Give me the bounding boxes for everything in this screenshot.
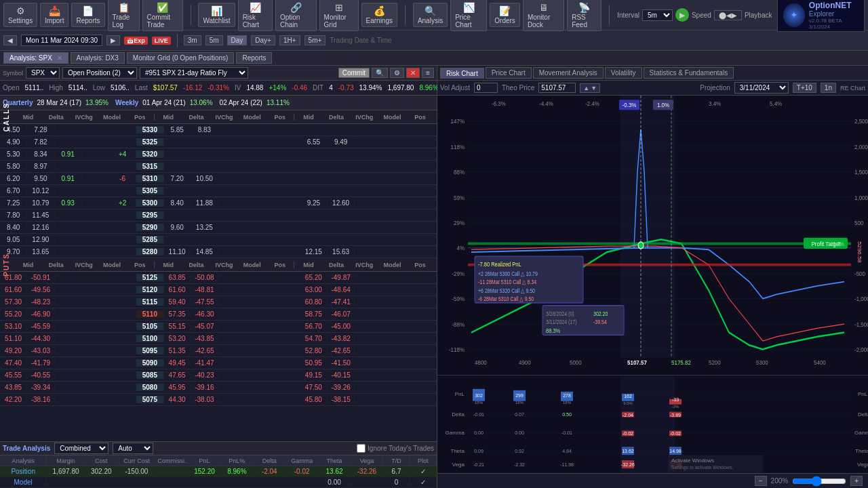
settings-button[interactable]: ⚙ Settings [3, 3, 37, 27]
import-button[interactable]: 📥 Import [40, 3, 68, 27]
option-cell: 54.70 [300, 335, 328, 342]
table-row[interactable]: 61.60-49.56512061.60-48.8163.00-48.64 [0, 284, 437, 296]
table-row[interactable]: 57.30-48.23511559.40-47.5560.80-47.41 [0, 296, 437, 308]
chart-panel: Risk Chart Price Chart Movement Analysis… [437, 66, 868, 488]
play-button[interactable]: ▶ [675, 8, 689, 22]
tab-movement-analysis[interactable]: Movement Analysis [533, 67, 604, 79]
tab-statistics[interactable]: Statistics & Fundamentals [644, 67, 734, 79]
option-cell: 9.50 [27, 175, 54, 182]
zoom-in-button[interactable]: + [850, 476, 863, 486]
svg-text:0.00: 0.00 [474, 430, 484, 435]
table-row[interactable]: 55.20-46.90511057.35-46.3058.75-46.07 [0, 308, 437, 321]
table-row[interactable]: 9.7013.65528011.1014.8512.1515.63 [0, 246, 437, 258]
position-value: -0.46 [292, 84, 307, 92]
reports-button[interactable]: 📄 Reports [71, 3, 104, 27]
analysis-button[interactable]: 🔍 Analysis [413, 3, 448, 27]
svg-text:-2.4%: -2.4% [585, 100, 599, 107]
table-row[interactable]: 4.907.8253256.559.49 [0, 136, 437, 148]
1n-btn[interactable]: 1n [821, 83, 836, 93]
option-cell: 7.80 [0, 211, 27, 219]
monitor-grid-button[interactable]: ⊞ Monitor Grid [319, 0, 359, 31]
interval-select[interactable]: 5m [642, 9, 673, 21]
svg-text:11.7%: 11.7% [831, 241, 844, 248]
table-row[interactable]: 5.808.975315 [0, 161, 437, 173]
re-chart-label: RE Chart [840, 85, 865, 92]
time-5m-plus-button[interactable]: 5m+ [304, 35, 326, 45]
option-cell: 10.50 [191, 175, 218, 182]
table-row[interactable]: 51.10-44.30510053.20-43.8554.70-43.82 [0, 333, 437, 345]
zoom-slider[interactable] [792, 476, 846, 487]
t-plus-10-btn[interactable]: T+10 [793, 83, 816, 93]
table-row[interactable]: 49.20-43.03509551.35-42.6552.80-42.65 [0, 345, 437, 357]
tab-monitor-grid[interactable]: Monitor Grid (0 Open Positions) [127, 52, 235, 64]
table-row[interactable]: 53.10-45.59510555.15-45.0756.70-45.00 [0, 321, 437, 333]
table-row[interactable]: 6.209.500.91-653107.2010.50 [0, 173, 437, 185]
tab-risk-chart[interactable]: Risk Chart [440, 68, 484, 79]
option-cell: 11.45 [27, 211, 54, 219]
commit-trade-button[interactable]: ✅ Commit Trade [142, 0, 183, 31]
option-cell: 43.85 [0, 384, 27, 391]
search-btn[interactable]: 🔍 [372, 68, 388, 78]
time-5m-button[interactable]: 5m [205, 35, 223, 45]
option-cell: 51.35 [164, 347, 191, 354]
option-cell: -42.65 [328, 347, 355, 354]
symbol-select[interactable]: SPX [26, 67, 60, 79]
strike-cell: 5285 [136, 236, 163, 243]
strike-cell: 5095 [136, 347, 163, 354]
risk-chart-button[interactable]: 📈 Risk Chart [238, 0, 273, 31]
price-chart-button[interactable]: 📉 Price Chart [450, 0, 487, 31]
tab-analysis-spx[interactable]: Analysis: SPX ✕ [3, 52, 68, 64]
table-row[interactable]: 47.40-41.79509049.45-41.4750.95-41.50 [0, 357, 437, 369]
trade-log-button[interactable]: 📋 Trade Log [108, 0, 140, 31]
option-cell: 7.82 [27, 138, 54, 146]
tab-volatility[interactable]: Volatility [605, 67, 642, 79]
watchlist-button[interactable]: 📊 Watchlist [198, 3, 235, 27]
time-1h-button[interactable]: 1H+ [279, 35, 300, 45]
filter-btn[interactable]: ⚙ [390, 68, 404, 78]
ratio-select[interactable]: #951 SPX 21-day Ratio Fly [140, 67, 248, 79]
commit-btn[interactable]: Commit [338, 68, 370, 78]
monitor-dock-button[interactable]: 🖥 Monitor Dock [523, 0, 564, 31]
rss-feed-button[interactable]: 📡 RSS Feed [567, 0, 601, 31]
option-chain-button[interactable]: 🔗 Option Chain [275, 0, 317, 31]
tab-analysis-dx3[interactable]: Analysis: DX3 [71, 52, 125, 64]
time-day-button[interactable]: Day [227, 35, 248, 45]
position-select[interactable]: Open Position (2) [62, 67, 137, 79]
tab-reports[interactable]: Reports [236, 52, 272, 64]
theo-price-input[interactable] [538, 83, 576, 93]
table-row[interactable]: 4.507.2853305.858.83 [0, 124, 437, 136]
svg-text:13.62: 13.62 [622, 449, 634, 453]
earnings-button[interactable]: 💰 Earnings [361, 3, 397, 27]
nav-right-button[interactable]: ▶ [106, 35, 120, 45]
ignore-today-checkbox[interactable] [357, 444, 366, 453]
table-row[interactable]: 9.0512.905285 [0, 234, 437, 246]
tab-price-chart[interactable]: Price Chart [486, 67, 532, 79]
svg-text:Theta: Theta [855, 448, 868, 454]
option-cell: 63.85 [164, 274, 191, 281]
table-row[interactable]: 6.7010.125305 [0, 185, 437, 197]
combined-select[interactable]: Combined [54, 443, 108, 454]
table-row[interactable]: 8.4012.1652909.6013.25 [0, 222, 437, 234]
projection-select[interactable]: 3/11/2024 [734, 82, 789, 94]
option-cell: 42.20 [0, 396, 27, 403]
table-row[interactable]: 42.20-38.16507544.30-38.0345.80-38.15 [0, 394, 437, 406]
time-day-plus-button[interactable]: Day+ [251, 35, 275, 45]
svg-text:500: 500 [854, 219, 863, 226]
table-row[interactable]: 7.2510.790.93+253008.4011.889.2512.60 [0, 197, 437, 209]
settings-opt-btn[interactable]: ≡ [422, 68, 434, 78]
table-row[interactable]: 45.55-40.55508547.65-40.2349.15-40.15 [0, 369, 437, 382]
table-row[interactable]: 5.308.340.91+45320 [0, 148, 437, 161]
auto-select[interactable]: Auto [113, 443, 153, 454]
time-3m-button[interactable]: 3m [184, 35, 201, 45]
nav-left-button[interactable]: ◀ [3, 35, 17, 45]
close-spx-tab[interactable]: ✕ [57, 54, 62, 62]
clear-btn[interactable]: ✕ [406, 68, 420, 78]
table-row[interactable]: 61.80-50.91512563.85-50.0865.20-49.87 [0, 272, 437, 284]
svg-text:5200: 5200 [709, 359, 721, 366]
strike-cell: 5125 [136, 274, 163, 281]
orders-button[interactable]: 📝 Orders [490, 3, 520, 27]
zoom-out-button[interactable]: − [755, 476, 767, 486]
table-row[interactable]: 7.8011.455295 [0, 209, 437, 222]
table-row[interactable]: 43.85-39.34508045.95-39.1647.50-39.26 [0, 382, 437, 394]
vol-adjust-input[interactable] [474, 83, 498, 93]
